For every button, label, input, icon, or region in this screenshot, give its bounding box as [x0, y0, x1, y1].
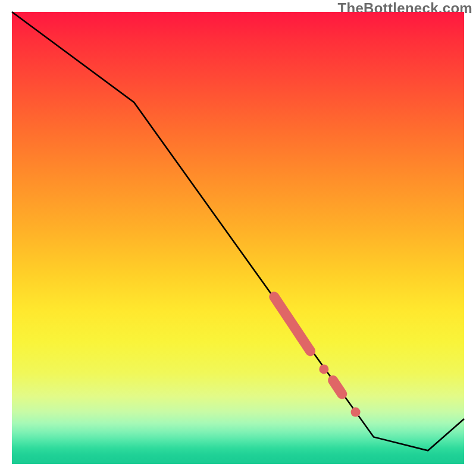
highlight-point-4 — [351, 408, 361, 417]
highlight-segment-3 — [333, 380, 342, 394]
plot-svg — [12, 12, 464, 464]
highlight-segment-1 — [274, 297, 311, 351]
highlight-point-2 — [319, 364, 328, 374]
bottleneck-curve-path — [12, 12, 464, 450]
highlight-layer — [274, 297, 361, 417]
line-layer — [12, 12, 464, 450]
plot-area — [12, 12, 464, 464]
chart-root: TheBottleneck.com — [0, 0, 476, 476]
